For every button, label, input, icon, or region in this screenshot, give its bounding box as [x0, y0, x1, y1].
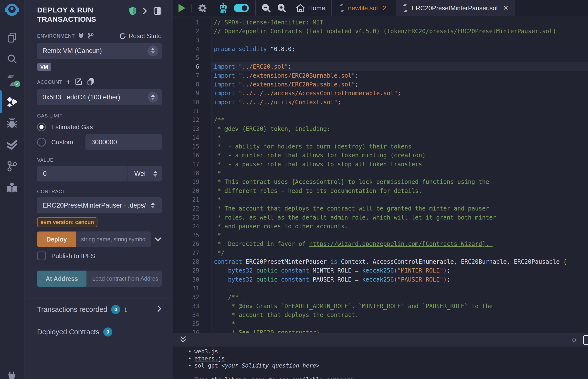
terminal-link[interactable]: ethers.js — [194, 355, 225, 362]
code-line[interactable]: 31 — [173, 284, 588, 293]
environment-label: ENVIRONMENT — [37, 33, 75, 39]
evm-version-badge: evm version: cancun — [37, 217, 97, 227]
deploy-button[interactable]: Deploy — [37, 232, 76, 247]
custom-gas-input[interactable] — [85, 134, 162, 150]
terminal-search-input[interactable] — [583, 335, 588, 345]
info-icon[interactable]: i — [124, 305, 127, 314]
code-line[interactable]: 3 — [173, 36, 588, 45]
contract-select[interactable]: ERC20PresetMinterPauser - .deps/ — [37, 197, 162, 213]
expand-transactions-icon[interactable] — [157, 305, 162, 314]
code-line[interactable]: 15 * - ability for holders to burn (dest… — [173, 142, 588, 151]
sidebar-item-search[interactable] — [0, 52, 24, 66]
deployed-contracts-row[interactable]: Deployed Contracts 0 — [37, 321, 162, 343]
fork-state-icon[interactable] — [87, 32, 94, 40]
environment-select[interactable]: Remix VM (Cancun) — [37, 43, 162, 59]
code-line[interactable]: 2// OpenZeppelin Contracts (last updated… — [173, 27, 588, 36]
code-line[interactable]: 6import "../ERC20.sol"; — [173, 62, 588, 71]
sidebar-item-file-explorer[interactable] — [0, 30, 24, 45]
home-icon — [296, 4, 305, 12]
run-script-button[interactable] — [173, 0, 190, 16]
code-line[interactable]: 7import "../extensions/ERC20Burnable.sol… — [173, 71, 588, 80]
code-line[interactable]: 18 * — [173, 169, 588, 177]
code-line[interactable]: 4pragma solidity ^0.8.0; — [173, 45, 588, 53]
close-tab-icon[interactable]: ✕ — [503, 4, 509, 12]
script-config-button[interactable] — [193, 0, 212, 16]
transactions-recorded-label: Transactions recorded — [37, 305, 107, 314]
copilot-toggle[interactable] — [232, 0, 253, 16]
reset-state-button[interactable]: Reset State — [119, 32, 162, 40]
sidebar-item-unit-testing[interactable] — [0, 138, 24, 152]
code-line[interactable]: 27 */ — [173, 249, 588, 257]
code-line[interactable]: 9import "../../../access/AccessControlEn… — [173, 89, 588, 98]
code-line[interactable]: 8import "../extensions/ERC20Pausable.sol… — [173, 80, 588, 89]
zoom-out-button[interactable] — [258, 0, 274, 16]
select-arrows-icon — [147, 46, 158, 56]
add-account-icon[interactable]: + — [66, 79, 71, 85]
solidity-file-icon — [403, 4, 408, 12]
terminal-output[interactable]: •web3.js•ethers.js•sol-gpt <your Solidit… — [173, 347, 588, 379]
code-line[interactable]: 28contract ERC20PresetMinterPauser is Co… — [173, 257, 588, 266]
code-line[interactable]: 20 * different roles - head to its docum… — [173, 187, 588, 195]
code-line[interactable]: 10import "../../../utils/Context.sol"; — [173, 98, 588, 107]
value-unit-select[interactable]: Wei — [127, 166, 162, 181]
transactions-recorded-row[interactable]: Transactions recorded 0 i — [37, 299, 162, 321]
remix-logo[interactable] — [3, 2, 21, 20]
copy-address-icon[interactable] — [87, 78, 94, 86]
terminal-link[interactable]: web3.js — [194, 348, 218, 355]
tab-home[interactable]: Home — [290, 0, 331, 16]
code-line[interactable]: 32 /** — [173, 293, 588, 301]
estimated-gas-radio[interactable] — [37, 123, 46, 131]
constructor-args-input[interactable] — [76, 232, 151, 247]
tab-newfile[interactable]: newfile.sol 2 — [331, 0, 396, 16]
account-select[interactable]: 0x5B3...eddC4 (100 ether) — [37, 89, 162, 105]
value-input[interactable] — [37, 166, 127, 181]
expand-chevron-icon[interactable] — [143, 7, 147, 16]
indent-guide — [227, 328, 227, 333]
code-line[interactable]: 25 * — [173, 231, 588, 239]
line-number: 22 — [173, 204, 212, 213]
code-line[interactable]: 17 * - a pauser role that allows to stop… — [173, 160, 588, 169]
code-line[interactable]: 23 * roles, as well as the default admin… — [173, 213, 588, 222]
plug-connect-icon[interactable] — [78, 32, 84, 40]
code-line[interactable]: 34 * account that deploys the contract. — [173, 311, 588, 319]
code-line[interactable]: 35 * — [173, 319, 588, 328]
sidebar-item-learneth[interactable] — [0, 181, 24, 195]
at-address-input[interactable] — [86, 270, 162, 287]
ai-copilot-button[interactable] — [212, 0, 232, 16]
code-line[interactable]: 33 * @dev Grants `DEFAULT_ADMIN_ROLE`, `… — [173, 302, 588, 311]
sidebar-item-debugger[interactable] — [0, 116, 24, 130]
code-line[interactable]: 16 * - a minter role that allows for tok… — [173, 151, 588, 160]
code-line[interactable]: 14 * — [173, 133, 588, 142]
code-editor[interactable]: 1// SPDX-License-Identifier: MIT2// Open… — [173, 16, 588, 333]
code-line[interactable]: 26 * _Deprecated in favor of https://wiz… — [173, 239, 588, 248]
collapse-terminal-icon[interactable] — [180, 335, 186, 344]
sidebar-item-solidity-compiler[interactable] — [0, 73, 24, 87]
files-icon — [6, 32, 17, 43]
code-line[interactable]: 24 * and pauser roles to other accounts. — [173, 222, 588, 231]
custom-gas-radio[interactable] — [37, 138, 46, 146]
code-line[interactable]: 13 * @dev {ERC20} token, including: — [173, 125, 588, 133]
expand-constructor-icon[interactable] — [154, 237, 162, 241]
tab-erc20presetminterpauser[interactable]: ERC20PresetMinterPauser.sol ✕ — [396, 0, 515, 16]
code-line[interactable]: 1// SPDX-License-Identifier: MIT — [173, 18, 588, 27]
zoom-in-button[interactable] — [274, 0, 290, 16]
code-line[interactable]: 19 * This contract uses {AccessControl} … — [173, 177, 588, 186]
code-line[interactable]: 5 — [173, 53, 588, 62]
sidebar-item-git[interactable] — [0, 159, 24, 174]
sidebar-item-deploy-run[interactable] — [0, 95, 24, 109]
line-number: 9 — [173, 89, 212, 98]
at-address-button[interactable]: At Address — [37, 270, 86, 287]
code-line[interactable]: 29 bytes32 public constant MINTER_ROLE =… — [173, 266, 588, 275]
publish-ipfs-checkbox[interactable] — [37, 252, 46, 260]
pin-panel-icon[interactable] — [153, 7, 162, 16]
line-number: 5 — [173, 53, 212, 62]
sidebar-item-plugin-partial[interactable] — [0, 369, 24, 379]
sign-message-icon[interactable] — [75, 78, 82, 86]
line-number: 34 — [173, 311, 212, 319]
code-line[interactable]: 22 * The account that deploys the contra… — [173, 204, 588, 213]
code-line[interactable]: 21 * — [173, 195, 588, 204]
code-line[interactable]: 36 * See {ERC20-constructor}. — [173, 328, 588, 333]
code-line[interactable]: 12/** — [173, 115, 588, 124]
code-line[interactable]: 30 bytes32 public constant PAUSER_ROLE =… — [173, 275, 588, 284]
code-line[interactable]: 11 — [173, 107, 588, 115]
